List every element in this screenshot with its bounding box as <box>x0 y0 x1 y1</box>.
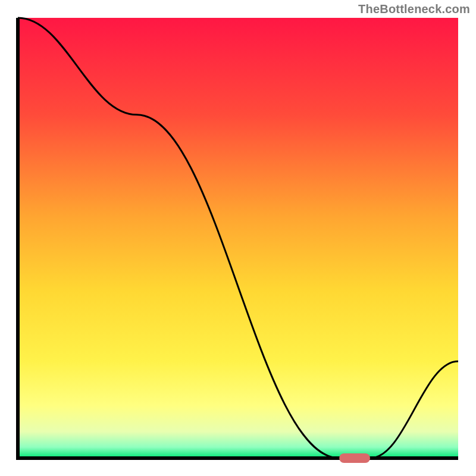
optimum-marker <box>339 453 370 463</box>
attribution-label: TheBottleneck.com <box>358 2 470 16</box>
chart-canvas: TheBottleneck.com <box>0 0 476 476</box>
plot-background <box>18 18 458 458</box>
chart-svg <box>0 0 476 476</box>
